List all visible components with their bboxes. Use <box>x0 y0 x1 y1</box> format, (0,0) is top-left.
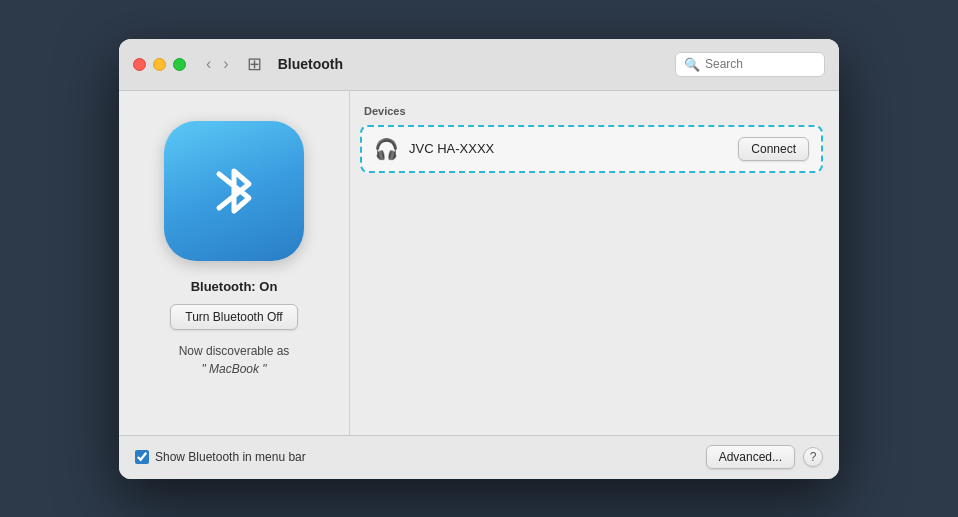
discoverable-text: Now discoverable as " MacBook " <box>179 342 290 378</box>
forward-button[interactable]: › <box>219 54 232 74</box>
right-panel: Devices 🎧 JVC HA-XXXX Connect <box>349 91 839 435</box>
checkbox-label: Show Bluetooth in menu bar <box>155 450 306 464</box>
bluetooth-icon-container <box>164 121 304 261</box>
grid-icon[interactable]: ⊞ <box>247 53 262 75</box>
device-name: JVC HA-XXXX <box>409 141 728 156</box>
bluetooth-toggle-button[interactable]: Turn Bluetooth Off <box>170 304 297 330</box>
titlebar: ‹ › ⊞ Bluetooth 🔍 <box>119 39 839 91</box>
connect-button[interactable]: Connect <box>738 137 809 161</box>
bottom-bar: Show Bluetooth in menu bar Advanced... ? <box>119 435 839 479</box>
close-button[interactable] <box>133 58 146 71</box>
discoverable-name: " MacBook " <box>201 362 266 376</box>
search-box: 🔍 <box>675 52 825 77</box>
device-item: 🎧 JVC HA-XXXX Connect <box>360 125 823 173</box>
discoverable-line1: Now discoverable as <box>179 344 290 358</box>
back-button[interactable]: ‹ <box>202 54 215 74</box>
main-window: ‹ › ⊞ Bluetooth 🔍 Bluetooth: On Turn Blu… <box>119 39 839 479</box>
menu-bar-checkbox[interactable] <box>135 450 149 464</box>
maximize-button[interactable] <box>173 58 186 71</box>
devices-section: Devices 🎧 JVC HA-XXXX Connect <box>360 105 823 421</box>
help-button[interactable]: ? <box>803 447 823 467</box>
checkbox-container: Show Bluetooth in menu bar <box>135 450 698 464</box>
traffic-lights <box>133 58 186 71</box>
search-icon: 🔍 <box>684 57 700 72</box>
bluetooth-symbol <box>199 156 269 226</box>
headphone-icon: 🎧 <box>374 137 399 161</box>
nav-buttons: ‹ › <box>202 54 233 74</box>
devices-label: Devices <box>360 105 823 117</box>
search-input[interactable] <box>705 57 816 71</box>
advanced-button[interactable]: Advanced... <box>706 445 795 469</box>
minimize-button[interactable] <box>153 58 166 71</box>
content-area: Bluetooth: On Turn Bluetooth Off Now dis… <box>119 91 839 435</box>
window-title: Bluetooth <box>278 56 665 72</box>
bluetooth-status: Bluetooth: On <box>191 279 278 294</box>
left-panel: Bluetooth: On Turn Bluetooth Off Now dis… <box>119 91 349 435</box>
